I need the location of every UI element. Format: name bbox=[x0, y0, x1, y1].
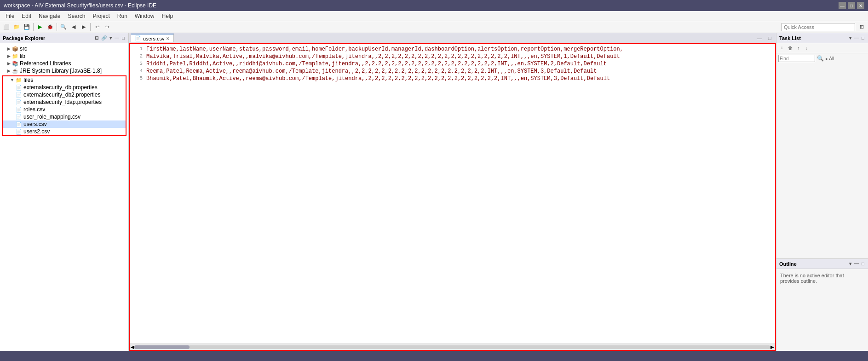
panel-minimize-icon[interactable]: — bbox=[114, 35, 120, 41]
maximize-button[interactable]: □ bbox=[848, 2, 855, 9]
collapse-all-icon[interactable]: ⊟ bbox=[94, 35, 99, 41]
quick-access-area: ⊞ bbox=[782, 23, 866, 32]
new-button[interactable]: ⬜ bbox=[2, 23, 11, 32]
task-up-btn[interactable]: ↑ bbox=[795, 45, 802, 52]
tree-item-ext-db[interactable]: 📄 externalsecurity_db.properties bbox=[3, 84, 126, 91]
quick-access-input[interactable] bbox=[782, 23, 855, 31]
minimize-editor-button[interactable]: — bbox=[755, 34, 764, 43]
code-line-1: 1 FirstName,lastName,userName,status,pas… bbox=[130, 46, 775, 53]
scroll-left-btn[interactable]: ◀ bbox=[131, 344, 134, 350]
menu-help[interactable]: Help bbox=[158, 12, 177, 20]
panel-maximize-icon[interactable]: □ bbox=[121, 35, 126, 41]
code-line-4: 4 Reema,Patel,Reema,Active,,reema@aivhub… bbox=[130, 68, 775, 75]
code-line-3: 3 Riddhi,Patel,Riddhi,Active,,riddhi@aiv… bbox=[130, 61, 775, 68]
task-list-header: Task List ▾ — □ bbox=[776, 33, 868, 43]
panel-header-icons: ⊟ 🔗 ▾ — □ bbox=[94, 35, 126, 41]
close-button[interactable]: ✕ bbox=[857, 2, 864, 9]
outline-maximize-icon[interactable]: □ bbox=[861, 261, 865, 267]
save-button[interactable]: 💾 bbox=[22, 23, 31, 32]
task-down-btn[interactable]: ↓ bbox=[803, 45, 811, 52]
outline-view-menu-icon[interactable]: ▾ bbox=[848, 261, 852, 267]
task-new-btn[interactable]: + bbox=[778, 45, 786, 52]
ext-db2-icon: 📄 bbox=[16, 92, 22, 98]
h-scroll-track[interactable] bbox=[134, 345, 770, 349]
task-view-menu-icon[interactable]: ▾ bbox=[848, 35, 852, 41]
menu-window[interactable]: Window bbox=[131, 12, 158, 20]
minimize-button[interactable]: — bbox=[839, 2, 846, 9]
files-section-box: ▼ 📁 files 📄 externalsecurity_db.properti… bbox=[2, 75, 126, 136]
title-text: workspace - AIV External Security/files/… bbox=[4, 2, 156, 9]
tree-item-src[interactable]: ▶ 📦 src bbox=[0, 45, 128, 52]
editor-inner[interactable]: 1 FirstName,lastName,userName,status,pas… bbox=[130, 44, 775, 344]
tree-item-jre[interactable]: ▶ ☕ JRE System Library [JavaSE-1.8] bbox=[0, 67, 128, 74]
task-maximize-icon[interactable]: □ bbox=[861, 35, 865, 41]
tree-item-users-csv[interactable]: 📄 users.csv bbox=[3, 120, 126, 128]
ext-db2-label: externalsecurity_db2.properties bbox=[23, 92, 100, 98]
task-minimize-icon[interactable]: — bbox=[853, 35, 860, 41]
task-list-title: Task List bbox=[779, 35, 801, 41]
ref-libraries-icon: 📚 bbox=[12, 61, 18, 67]
task-list-panel: Task List ▾ — □ + 🗑 ↑ ↓ 🔍 ▸ All bbox=[776, 33, 868, 259]
package-explorer-header: Package Explorer ⊟ 🔗 ▾ — □ bbox=[0, 33, 128, 43]
task-all-button[interactable]: ▸ All bbox=[826, 56, 834, 61]
package-explorer-tree: ▶ 📦 src ▶ 📁 lib ▶ 📚 Referenced Libraries… bbox=[0, 43, 128, 351]
src-label: src bbox=[20, 46, 27, 52]
prev-edit-button[interactable]: ↩ bbox=[92, 23, 102, 32]
ext-db-icon: 📄 bbox=[16, 85, 22, 91]
h-scroll-thumb[interactable] bbox=[134, 345, 190, 349]
open-button[interactable]: 📁 bbox=[12, 23, 21, 32]
lib-label: lib bbox=[20, 53, 25, 59]
tree-item-user-role-mapping[interactable]: 📄 user_role_mapping.csv bbox=[3, 113, 126, 120]
task-find-row: 🔍 ▸ All bbox=[776, 53, 868, 63]
ext-db-label: externalsecurity_db.properties bbox=[23, 84, 98, 91]
menu-edit[interactable]: Edit bbox=[18, 12, 35, 20]
find-icon: 🔍 bbox=[817, 55, 824, 62]
line-num-5: 5 bbox=[132, 75, 143, 81]
outline-header-icons: ▾ — □ bbox=[848, 261, 865, 267]
ref-libraries-label: Referenced Libraries bbox=[20, 60, 71, 67]
tree-item-roles[interactable]: 📄 roles.csv bbox=[3, 106, 126, 113]
debug-button[interactable]: 🐞 bbox=[46, 23, 55, 32]
menu-file[interactable]: File bbox=[2, 12, 18, 20]
back-button[interactable]: ◀ bbox=[69, 23, 78, 32]
run-button[interactable]: ▶ bbox=[35, 23, 45, 32]
link-editor-icon[interactable]: 🔗 bbox=[100, 35, 108, 41]
window-controls: — □ ✕ bbox=[839, 2, 864, 9]
horizontal-scrollbar[interactable]: ◀ ▶ bbox=[130, 344, 775, 350]
code-line-2: 2 Malvika,Trisal,Malvika,Active,,malvika… bbox=[130, 53, 775, 61]
line-num-3: 3 bbox=[132, 61, 143, 66]
menu-run[interactable]: Run bbox=[114, 12, 131, 20]
line-content-4: Reema,Patel,Reema,Active,,reema@aivhub.c… bbox=[146, 68, 597, 74]
menu-project[interactable]: Project bbox=[89, 12, 113, 20]
panel-view-menu-icon[interactable]: ▾ bbox=[109, 35, 113, 41]
menu-search[interactable]: Search bbox=[64, 12, 89, 20]
tree-item-files[interactable]: ▼ 📁 files bbox=[3, 76, 126, 84]
outline-header: Outline ▾ — □ bbox=[776, 259, 868, 269]
task-delete-btn[interactable]: 🗑 bbox=[787, 45, 794, 52]
outline-panel: Outline ▾ — □ There is no active editor … bbox=[776, 259, 868, 351]
tree-item-ref-libraries[interactable]: ▶ 📚 Referenced Libraries bbox=[0, 60, 128, 67]
main-layout: Package Explorer ⊟ 🔗 ▾ — □ ▶ 📦 src ▶ 📁 l… bbox=[0, 33, 868, 351]
users-csv-icon: 📄 bbox=[16, 121, 22, 127]
jre-icon: ☕ bbox=[12, 68, 18, 74]
scroll-right-btn[interactable]: ▶ bbox=[770, 344, 774, 350]
tab-close-icon[interactable]: ✕ bbox=[166, 36, 170, 41]
tree-item-ext-db2[interactable]: 📄 externalsecurity_db2.properties bbox=[3, 91, 126, 98]
lib-folder-icon: 📁 bbox=[12, 53, 18, 59]
tree-item-ext-ldap[interactable]: 📄 externalsecurity_ldap.properties bbox=[3, 98, 126, 106]
src-folder-icon: 📦 bbox=[12, 46, 18, 52]
outline-minimize-icon[interactable]: — bbox=[853, 261, 860, 267]
forward-button[interactable]: ▶ bbox=[79, 23, 88, 32]
tab-label: users.csv bbox=[143, 36, 164, 41]
task-find-input[interactable] bbox=[778, 55, 815, 62]
menu-navigate[interactable]: Navigate bbox=[35, 12, 64, 20]
users2-csv-label: users2.csv bbox=[23, 128, 50, 135]
tree-item-lib[interactable]: ▶ 📁 lib bbox=[0, 52, 128, 60]
perspectives-button[interactable]: ⊞ bbox=[857, 23, 866, 32]
editor-tab-users-csv[interactable]: 📄 users.csv ✕ bbox=[131, 34, 174, 42]
tree-item-users2-csv[interactable]: 📄 users2.csv bbox=[3, 128, 126, 135]
next-edit-button[interactable]: ↪ bbox=[103, 23, 112, 32]
search-toolbar-button[interactable]: 🔍 bbox=[59, 23, 68, 32]
roles-icon: 📄 bbox=[16, 107, 22, 113]
maximize-editor-button[interactable]: □ bbox=[765, 34, 774, 43]
